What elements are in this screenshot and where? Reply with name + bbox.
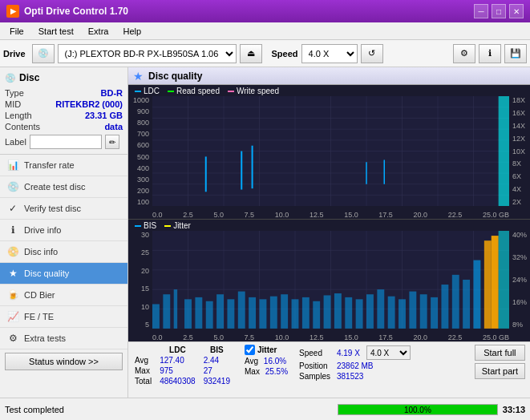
chart-ldc: LDC Read speed Write speed 1000 900 800 [128,85,530,220]
status-text: Test completed [5,405,333,414]
sidebar-item-label: Transfer rate [24,160,75,170]
start-part-button[interactable]: Start part [475,363,525,379]
row-total-bis: 932419 [202,376,237,386]
samples-value: 381523 [334,371,414,382]
jitter-max-label: Max [245,367,260,376]
svg-rect-70 [492,236,499,329]
sidebar: 💿 Disc Type BD-R MID RITEKBR2 (000) Leng… [0,67,128,398]
svg-rect-45 [227,299,234,329]
panel-header-icon: ★ [133,70,144,83]
svg-rect-46 [238,292,245,329]
progress-bar-container: 100.0% [338,404,498,415]
write-label: Write speed [237,87,279,95]
disc-info-panel: 💿 Disc Type BD-R MID RITEKBR2 (000) Leng… [0,67,127,155]
svg-rect-58 [366,294,374,329]
chart2-svg [152,231,509,329]
jitter-checkbox-label: Jitter [257,345,277,354]
col-empty [133,345,158,355]
charts-container: LDC Read speed Write speed 1000 900 800 [128,85,530,341]
svg-rect-54 [324,296,331,329]
label-label: Label [5,137,26,147]
sidebar-item-disc-quality[interactable]: ★ Disc quality [0,263,127,285]
cd-bier-icon: 🍺 [6,289,19,301]
extra-tests-icon: ⚙ [6,332,19,345]
row-max-ldc: 975 [158,365,202,376]
disc-icon: 💿 [5,73,16,83]
samples-label: Samples [296,371,334,382]
svg-rect-40 [174,289,177,329]
settings-button[interactable]: ⚙ [453,44,475,63]
legend-read: Read speed [168,87,220,95]
svg-rect-43 [206,301,213,329]
sidebar-item-fe-te[interactable]: 📈 FE / TE [0,306,127,328]
chart1-legend: LDC Read speed Write speed [135,87,279,95]
read-label: Read speed [176,87,220,95]
status-bar: Test completed 100.0% 33:13 [0,398,530,420]
length-value: 23.31 GB [85,111,123,120]
disc-quality-icon: ★ [6,267,19,280]
write-color-dot [228,91,234,92]
toolbar: Drive 💿 (J:) PLEXTOR BD-R PX-LB950SA 1.0… [0,40,530,67]
svg-rect-42 [195,297,202,329]
svg-rect-67 [463,280,470,329]
svg-rect-64 [431,297,438,329]
transfer-rate-icon: 📊 [6,159,19,172]
svg-rect-53 [313,301,320,329]
jitter-max-value: 25.5% [265,367,288,376]
sidebar-item-label: Disc info [24,247,58,256]
sidebar-item-drive-info[interactable]: ℹ Drive info [0,220,127,241]
menu-extra[interactable]: Extra [82,25,115,38]
label-input[interactable] [30,135,102,149]
sidebar-item-label: Extra tests [24,333,66,343]
progress-text: 100.0% [338,406,497,414]
drive-select[interactable]: (J:) PLEXTOR BD-R PX-LB950SA 1.06 [58,44,237,63]
sidebar-item-cd-bier[interactable]: 🍺 CD Bier [0,285,127,306]
jitter-checkbox[interactable] [245,345,255,355]
maximize-button[interactable]: □ [492,4,506,18]
col-bis: BIS [202,345,237,355]
minimize-button[interactable]: ─ [474,4,488,18]
start-full-button[interactable]: Start full [475,345,525,361]
drive-icon-button[interactable]: 💿 [32,44,55,63]
contents-value: data [104,122,123,131]
svg-rect-57 [356,299,363,329]
disc-title: Disc [19,72,39,83]
jitter-checkbox-row: Jitter [245,345,288,355]
svg-rect-71 [499,231,509,329]
sidebar-item-disc-info[interactable]: 📀 Disc info [0,241,127,263]
sidebar-item-transfer-rate[interactable]: 📊 Transfer rate [0,155,127,176]
sidebar-item-label: Create test disc [24,182,85,192]
jitter-max-row: Max 25.5% [245,367,288,376]
right-panel: ★ Disc quality LDC Read speed [128,67,530,398]
chart2-legend: BIS Jitter [135,221,191,230]
mid-value: RITEKBR2 (000) [55,99,123,109]
app-title: Opti Drive Control 1.70 [24,6,128,17]
row-avg-ldc: 127.40 [158,355,202,365]
sidebar-item-label: CD Bier [24,290,55,300]
menu-help[interactable]: Help [116,25,148,38]
label-edit-button[interactable]: ✏ [105,135,119,149]
sidebar-item-extra-tests[interactable]: ⚙ Extra tests [0,328,127,349]
legend-bis: BIS [135,221,156,230]
info-button[interactable]: ℹ [479,44,501,63]
sidebar-navigation: 📊 Transfer rate 💿 Create test disc ✓ Ver… [0,155,127,349]
speed-info-select[interactable]: 4.0 X [366,345,411,360]
save-button[interactable]: 💾 [504,44,527,63]
drive-info-icon: ℹ [6,224,19,236]
close-button[interactable]: ✕ [509,4,524,18]
refresh-button[interactable]: ↺ [361,44,383,63]
legend-write: Write speed [228,87,279,95]
svg-rect-59 [377,289,384,329]
action-buttons: Start full Start part [475,345,525,379]
sidebar-item-label: Disc quality [24,269,69,278]
sidebar-item-verify-test-disc[interactable]: ✓ Verify test disc [0,198,127,220]
status-window-button[interactable]: Status window >> [5,353,123,370]
menu-start-test[interactable]: Start test [32,25,80,38]
speed-select[interactable]: 4.0 X [301,44,358,63]
eject-button[interactable]: ⏏ [240,44,262,63]
svg-rect-49 [270,297,277,329]
sidebar-item-create-test-disc[interactable]: 💿 Create test disc [0,176,127,198]
row-max-bis: 27 [202,365,237,376]
menu-file[interactable]: File [3,25,30,38]
chart2-y-left: 30 25 20 15 10 5 [128,231,151,329]
